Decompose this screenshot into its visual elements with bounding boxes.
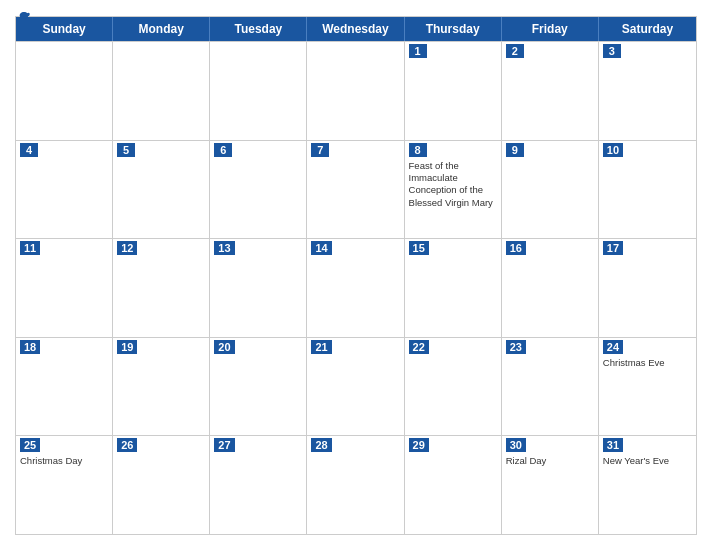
calendar-cell: 16 [502,239,599,337]
date-number: 19 [117,340,137,354]
date-number: 6 [214,143,232,157]
date-number: 7 [311,143,329,157]
calendar-cell: 3 [599,42,696,140]
calendar-cell: 8Feast of the Immaculate Conception of t… [405,141,502,239]
date-number: 24 [603,340,623,354]
calendar-cell: 18 [16,338,113,436]
date-number: 8 [409,143,427,157]
date-number: 14 [311,241,331,255]
logo-blue [15,10,31,24]
date-number: 28 [311,438,331,452]
day-header-friday: Friday [502,17,599,41]
date-number: 26 [117,438,137,452]
calendar-cell: 13 [210,239,307,337]
calendar-cell [113,42,210,140]
calendar-cell: 2 [502,42,599,140]
calendar-cell: 30Rizal Day [502,436,599,534]
date-number: 23 [506,340,526,354]
date-number: 31 [603,438,623,452]
calendar-grid: SundayMondayTuesdayWednesdayThursdayFrid… [15,16,697,535]
date-number: 12 [117,241,137,255]
date-number: 18 [20,340,40,354]
calendar-week-1: 123 [16,41,696,140]
cell-event: Christmas Eve [603,357,692,369]
date-number: 13 [214,241,234,255]
calendar-cell [210,42,307,140]
calendar-cell: 6 [210,141,307,239]
date-number: 22 [409,340,429,354]
calendar-week-2: 45678Feast of the Immaculate Conception … [16,140,696,239]
calendar-cell: 10 [599,141,696,239]
calendar-cell: 14 [307,239,404,337]
calendar-cell: 11 [16,239,113,337]
logo [15,10,31,24]
cell-event: Feast of the Immaculate Conception of th… [409,160,497,209]
date-number: 2 [506,44,524,58]
calendar-cell: 26 [113,436,210,534]
date-number: 17 [603,241,623,255]
calendar-cell: 24Christmas Eve [599,338,696,436]
calendar-cell: 17 [599,239,696,337]
calendar-day-headers: SundayMondayTuesdayWednesdayThursdayFrid… [16,17,696,41]
date-number: 16 [506,241,526,255]
calendar-cell: 23 [502,338,599,436]
calendar-cell: 5 [113,141,210,239]
calendar-cell: 21 [307,338,404,436]
cell-event: Rizal Day [506,455,594,467]
date-number: 30 [506,438,526,452]
calendar-week-4: 18192021222324Christmas Eve [16,337,696,436]
logo-bird-icon [17,10,31,24]
day-header-wednesday: Wednesday [307,17,404,41]
day-header-tuesday: Tuesday [210,17,307,41]
date-number: 27 [214,438,234,452]
calendar-cell: 19 [113,338,210,436]
calendar-cell [16,42,113,140]
calendar-cell: 25Christmas Day [16,436,113,534]
date-number: 10 [603,143,623,157]
calendar-week-5: 25Christmas Day2627282930Rizal Day31New … [16,435,696,534]
calendar-body: 12345678Feast of the Immaculate Concepti… [16,41,696,534]
calendar-cell: 29 [405,436,502,534]
date-number: 20 [214,340,234,354]
day-header-saturday: Saturday [599,17,696,41]
day-header-monday: Monday [113,17,210,41]
calendar-cell: 31New Year's Eve [599,436,696,534]
date-number: 1 [409,44,427,58]
date-number: 29 [409,438,429,452]
date-number: 15 [409,241,429,255]
calendar-cell: 4 [16,141,113,239]
calendar-cell: 28 [307,436,404,534]
calendar-page: SundayMondayTuesdayWednesdayThursdayFrid… [0,0,712,550]
calendar-cell: 27 [210,436,307,534]
calendar-cell: 7 [307,141,404,239]
date-number: 21 [311,340,331,354]
calendar-week-3: 11121314151617 [16,238,696,337]
calendar-cell: 9 [502,141,599,239]
calendar-cell: 12 [113,239,210,337]
cell-event: New Year's Eve [603,455,692,467]
calendar-cell: 1 [405,42,502,140]
calendar-cell [307,42,404,140]
date-number: 4 [20,143,38,157]
day-header-thursday: Thursday [405,17,502,41]
date-number: 11 [20,241,40,255]
date-number: 3 [603,44,621,58]
calendar-cell: 15 [405,239,502,337]
date-number: 5 [117,143,135,157]
date-number: 25 [20,438,40,452]
calendar-cell: 22 [405,338,502,436]
date-number: 9 [506,143,524,157]
cell-event: Christmas Day [20,455,108,467]
calendar-cell: 20 [210,338,307,436]
